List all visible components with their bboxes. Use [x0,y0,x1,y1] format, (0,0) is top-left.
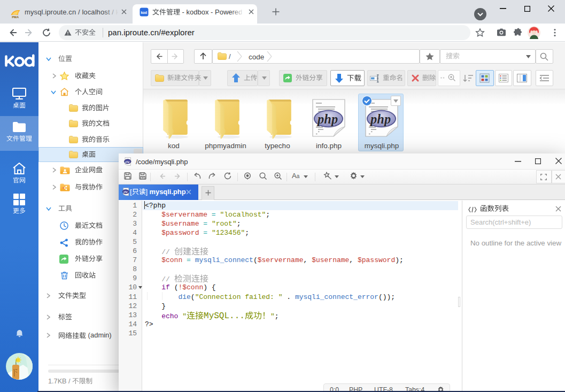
svg-text:PMA: PMA [12,16,19,19]
svg-text:php: php [125,160,130,163]
svg-text:php: php [369,112,391,126]
svg-text:kod: kod [141,11,147,14]
svg-text:php: php [123,190,128,193]
svg-text:php: php [316,112,338,126]
